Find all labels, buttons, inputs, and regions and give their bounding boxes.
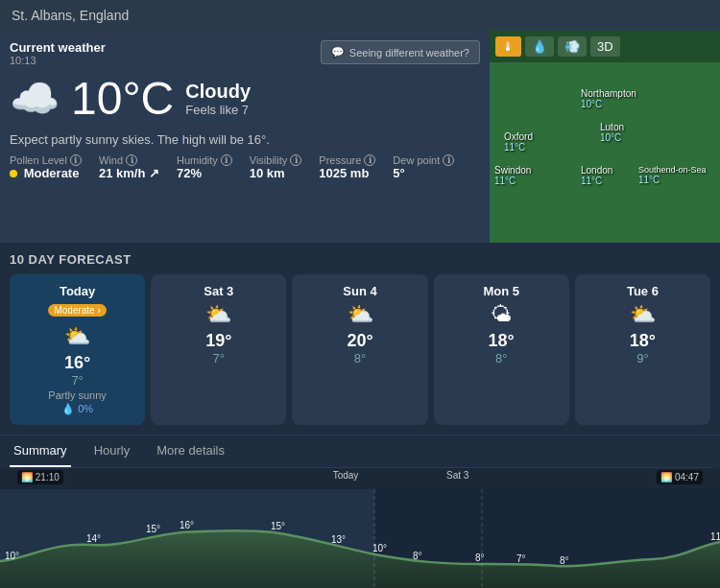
stat-wind: Wind ℹ 21 km/h ↗ xyxy=(99,154,159,180)
forecast-cards: TodayModerate ›⛅16°7°Partly sunny💧 0%Sat… xyxy=(10,274,710,425)
pollen-info-icon[interactable]: ℹ xyxy=(70,154,82,166)
wind-label: Wind ℹ xyxy=(99,154,159,166)
tabs-row: SummaryHourlyMore details xyxy=(10,435,710,468)
svg-text:14°: 14° xyxy=(86,533,101,544)
tab-hourly[interactable]: Hourly xyxy=(90,435,134,467)
seeing-different-button[interactable]: 💬 Seeing different weather? xyxy=(321,40,480,64)
forecast-card-sun4[interactable]: Sun 4⛅20°8° xyxy=(292,274,427,425)
fc-day: Sat 3 xyxy=(158,284,278,298)
fc-icon: ⛅ xyxy=(300,302,420,327)
wind-dir-icon: ↗ xyxy=(149,166,159,180)
tab-summary[interactable]: Summary xyxy=(10,435,71,467)
map-city-luton: Luton10°C xyxy=(600,122,624,143)
today-divider-label: Today xyxy=(333,470,359,481)
fc-day: Mon 5 xyxy=(442,284,562,298)
humidity-label: Humidity ℹ xyxy=(177,154,232,166)
forecast-card-mon5[interactable]: Mon 5🌤18°8° xyxy=(434,274,569,425)
chat-icon: 💬 xyxy=(331,46,345,59)
fc-high: 19° xyxy=(158,331,278,351)
wind-value: 21 km/h ↗ xyxy=(99,166,159,180)
forecast-card-tue6[interactable]: Tue 6⛅18°9° xyxy=(575,274,710,425)
current-weather-header: Current weather 10:13 💬 Seeing different… xyxy=(10,40,480,66)
sat-divider-label: Sat 3 xyxy=(446,470,468,481)
forecast-title: 10 DAY FORECAST xyxy=(10,252,710,267)
svg-text:10°: 10° xyxy=(5,551,19,561)
humidity-info-icon[interactable]: ℹ xyxy=(221,154,232,166)
current-label: Current weather xyxy=(10,40,106,55)
fc-low: 8° xyxy=(442,351,562,365)
svg-text:11°: 11° xyxy=(710,531,720,542)
condition-block: Cloudy Feels like 7 xyxy=(185,81,251,117)
temp-row: ☁️ 10°C Cloudy Feels like 7 xyxy=(10,72,480,125)
fc-rain: 💧 0% xyxy=(17,403,137,415)
feels-like-label: Feels like xyxy=(185,103,238,117)
stats-row: Pollen Level ℹ Moderate Wind ℹ 21 km/h ↗ xyxy=(10,154,480,180)
tabs-section: SummaryHourlyMore details xyxy=(0,435,720,468)
svg-text:15°: 15° xyxy=(271,521,285,531)
fc-low: 9° xyxy=(583,351,703,365)
fc-day: Sun 4 xyxy=(300,284,420,298)
location-bar: St. Albans, England xyxy=(0,0,720,31)
svg-text:8°: 8° xyxy=(560,555,569,566)
dew-value: 5° xyxy=(393,166,454,180)
fc-icon: ⛅ xyxy=(583,302,703,327)
feels-like-value: 7 xyxy=(242,103,249,117)
fc-high: 18° xyxy=(442,331,562,351)
map-controls: 🌡 💧 💨 3D xyxy=(490,31,720,62)
dew-info-icon[interactable]: ℹ xyxy=(443,154,454,166)
fc-day: Tue 6 xyxy=(583,284,703,298)
pollen-value: Moderate xyxy=(10,166,82,180)
fc-badge: Moderate › xyxy=(48,304,106,317)
pressure-info-icon[interactable]: ℹ xyxy=(364,154,375,166)
fc-icon: 🌤 xyxy=(442,302,562,327)
svg-text:7°: 7° xyxy=(516,553,526,564)
forecast-card-sat3[interactable]: Sat 3⛅19°7° xyxy=(151,274,286,425)
fc-high: 16° xyxy=(17,353,137,373)
svg-text:8°: 8° xyxy=(475,553,485,563)
map-wind-btn[interactable]: 💨 xyxy=(558,36,587,57)
sunrise-time: 🌅 04:47 xyxy=(657,470,703,484)
fc-icon: ⛅ xyxy=(158,302,278,327)
fc-condition: Partly sunny xyxy=(17,389,137,401)
svg-text:13°: 13° xyxy=(331,534,346,545)
svg-text:16°: 16° xyxy=(180,520,194,530)
tab-more-details[interactable]: More details xyxy=(153,435,228,467)
summary-text: Expect partly sunny skies. The high will… xyxy=(10,132,480,147)
sunset-time: 🌅 21:10 xyxy=(17,470,63,484)
pressure-label: Pressure ℹ xyxy=(319,154,375,166)
condition-text: Cloudy xyxy=(185,81,251,103)
map-city-oxford: Oxford11°C xyxy=(504,131,533,153)
pollen-dot xyxy=(10,170,17,177)
map-3d-btn[interactable]: 3D xyxy=(590,36,620,57)
stat-visibility: Visibility ℹ 10 km xyxy=(250,154,302,180)
stat-pollen: Pollen Level ℹ Moderate xyxy=(10,154,82,180)
temp-chart-svg: 10° 14° 15° 16° 15° 13° 10° 8° 8° 7° 8° … xyxy=(0,489,720,588)
map-background: 🌡 💧 💨 3D Northampton10°C Oxford11°C Luto… xyxy=(490,31,720,243)
visibility-label: Visibility ℹ xyxy=(250,154,302,166)
big-temperature: 10°C xyxy=(71,72,174,125)
hourly-section: 🌅 21:10 Today Sat 3 🌅 04:47 10° 14° xyxy=(0,468,720,588)
weather-icon: ☁️ xyxy=(10,75,60,122)
visibility-info-icon[interactable]: ℹ xyxy=(290,154,301,166)
forecast-section: 10 DAY FORECAST TodayModerate ›⛅16°7°Par… xyxy=(0,243,720,435)
map-temp-btn[interactable]: 🌡 xyxy=(495,36,521,57)
main-content: Current weather 10:13 💬 Seeing different… xyxy=(0,31,720,243)
fc-low: 7° xyxy=(17,373,137,388)
seeing-btn-label: Seeing different weather? xyxy=(349,47,469,59)
forecast-card-today[interactable]: TodayModerate ›⛅16°7°Partly sunny💧 0% xyxy=(10,274,145,425)
map-city-london: London11°C xyxy=(581,165,612,186)
pressure-value: 1025 mb xyxy=(319,166,375,180)
stat-humidity: Humidity ℹ 72% xyxy=(177,154,232,180)
stat-pressure: Pressure ℹ 1025 mb xyxy=(319,154,375,180)
map-city-northampton: Northampton10°C xyxy=(581,88,636,109)
fc-icon: ⛅ xyxy=(17,324,137,349)
fc-day: Today xyxy=(17,284,137,298)
map-rain-btn[interactable]: 💧 xyxy=(525,36,554,57)
fc-high: 20° xyxy=(300,331,420,351)
current-label-block: Current weather 10:13 xyxy=(10,40,106,66)
wind-info-icon[interactable]: ℹ xyxy=(126,154,137,166)
feels-like: Feels like 7 xyxy=(185,103,251,117)
stat-dew: Dew point ℹ 5° xyxy=(393,154,454,180)
svg-text:8°: 8° xyxy=(413,551,422,561)
visibility-value: 10 km xyxy=(250,166,302,180)
